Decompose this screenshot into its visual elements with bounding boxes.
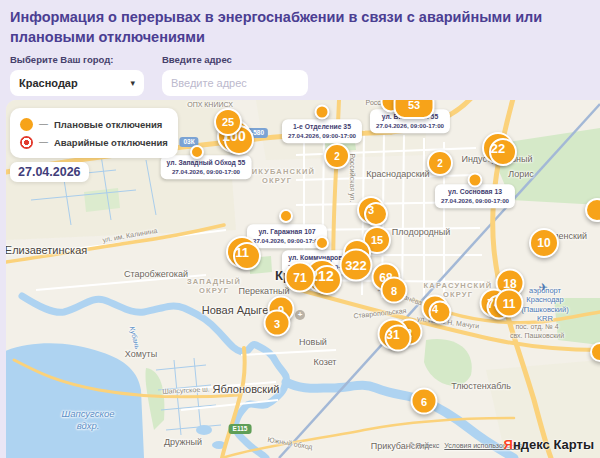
address-field: Введите адрес [162, 54, 308, 96]
legend-dash: — [39, 119, 48, 129]
outage-cluster-marker[interactable]: 22 [482, 132, 514, 164]
legend-dash: — [39, 137, 48, 147]
outage-cluster-marker[interactable]: 71 [285, 262, 316, 293]
city-field: Выберите Ваш город: Краснодар ▾ [10, 54, 144, 96]
outage-cluster-marker[interactable]: 8 [381, 277, 408, 304]
outage-cluster-marker[interactable]: 11 [495, 289, 524, 318]
city-select[interactable]: Краснодар ▾ [10, 70, 144, 96]
outage-cluster-marker[interactable]: 53 [394, 100, 435, 119]
yandex-logo-rest: ндекс Карты [513, 437, 594, 452]
outage-cluster-marker[interactable]: 6 [411, 388, 438, 415]
outage-cluster-marker[interactable]: 11 [226, 236, 258, 268]
outage-point-marker[interactable] [315, 105, 330, 120]
emergency-outage-icon [20, 136, 33, 149]
power-outage-page: Информация о перерывах в энергоснабжении… [0, 0, 600, 458]
address-input[interactable] [162, 70, 308, 96]
outage-cluster-marker[interactable]: 2 [324, 143, 350, 169]
outage-point-marker[interactable] [315, 236, 329, 250]
legend-item-emergency: — Аварийные отключения [20, 133, 168, 151]
header: Информация о перерывах в энергоснабжении… [0, 0, 600, 96]
outage-cluster-marker[interactable]: 3 [357, 196, 385, 224]
planned-outage-label: Плановые отключения [54, 119, 162, 130]
page-title: Информация о перерывах в энергоснабжении… [10, 8, 585, 47]
planned-outage-icon [20, 118, 33, 131]
filters-row: Выберите Ваш город: Краснодар ▾ Введите … [10, 54, 590, 96]
outage-cluster-marker[interactable]: 4 [422, 295, 449, 322]
outage-cluster-marker[interactable]: 322 [340, 249, 373, 282]
outage-point-marker[interactable] [279, 209, 293, 223]
outage-cluster-marker[interactable]: 2 [427, 150, 453, 176]
outage-cluster-marker[interactable]: 3 [264, 310, 291, 337]
chevron-down-icon: ▾ [130, 78, 135, 88]
outage-cluster-marker[interactable]: 25 [214, 108, 242, 136]
outage-point-marker[interactable] [468, 173, 483, 188]
copyright-text: © Яндекс [409, 442, 440, 449]
address-input-label: Введите адрес [162, 54, 308, 65]
legend-card: — Плановые отключения — Аварийные отключ… [10, 108, 178, 158]
legend-item-planned: — Плановые отключения [20, 115, 168, 133]
yandex-logo-letter: Я [504, 437, 513, 452]
outage-cluster-marker[interactable]: 31 [378, 319, 409, 350]
outage-cluster-marker[interactable]: 10 [529, 228, 559, 258]
yandex-maps-logo[interactable]: Яндекс Карты [504, 437, 594, 452]
date-badge: 27.04.2026 [10, 162, 89, 182]
emergency-outage-label: Аварийные отключения [54, 137, 168, 148]
map-viewport[interactable]: пос. отд. № 3 ОПХ КНИИСХРоссияПРИКУБАНСК… [6, 100, 600, 458]
city-select-value: Краснодар [19, 77, 78, 89]
city-select-label: Выберите Ваш город: [10, 54, 144, 65]
outage-point-marker[interactable] [190, 145, 204, 159]
